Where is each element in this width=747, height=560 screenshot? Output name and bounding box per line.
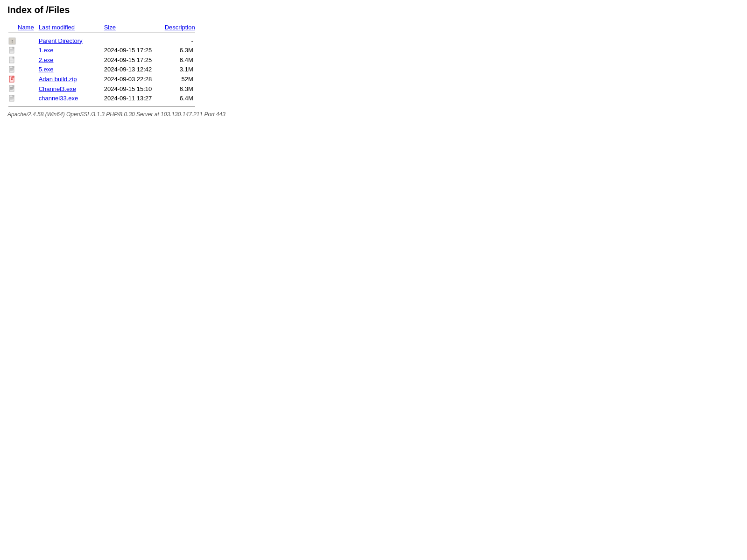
- table-row: Channel3.exe2024-09-15 15:106.3M: [7, 84, 204, 94]
- file-desc-cell: [199, 74, 204, 84]
- svg-rect-31: [10, 89, 13, 90]
- table-row: ↑ Parent Directory-: [7, 36, 204, 46]
- col-desc-sort[interactable]: Description: [165, 24, 195, 31]
- svg-rect-17: [10, 68, 14, 69]
- svg-rect-18: [10, 69, 14, 70]
- exe-file-icon: [8, 47, 16, 54]
- file-size-cell: 6.3M: [164, 46, 199, 56]
- file-name-cell: 1.exe: [38, 46, 103, 56]
- file-listing-table: Name Last modified Size Description ↑ Pa…: [7, 23, 204, 111]
- col-size-sort[interactable]: Size: [104, 24, 116, 31]
- file-desc-cell: [199, 46, 204, 56]
- exe-file-icon: [8, 66, 16, 73]
- file-desc-cell: [199, 93, 204, 103]
- svg-rect-23: [11, 77, 13, 78]
- file-link[interactable]: Channel3.exe: [39, 85, 76, 92]
- file-date-cell: 2024-09-15 17:25: [103, 46, 164, 56]
- zip-file-icon: [8, 76, 16, 83]
- svg-rect-24: [11, 78, 13, 79]
- exe-file-icon: [8, 95, 16, 102]
- svg-rect-35: [10, 97, 14, 98]
- svg-rect-29: [10, 87, 14, 88]
- svg-rect-36: [10, 98, 14, 98]
- file-date-cell: 2024-09-03 22:28: [103, 74, 164, 84]
- col-lastmod-sort[interactable]: Last modified: [39, 24, 75, 31]
- file-link[interactable]: 2.exe: [39, 56, 54, 63]
- file-date-cell: [103, 36, 164, 46]
- svg-rect-13: [10, 61, 13, 61]
- svg-rect-5: [10, 49, 14, 49]
- parent-dir-icon: ↑: [8, 37, 16, 45]
- svg-rect-6: [10, 50, 14, 50]
- file-date-cell: 2024-09-15 15:10: [103, 84, 164, 94]
- svg-text:↑: ↑: [11, 38, 14, 44]
- file-desc-cell: [199, 65, 204, 75]
- file-date-cell: 2024-09-13 12:42: [103, 65, 164, 75]
- table-row: 5.exe2024-09-13 12:423.1M: [7, 65, 204, 75]
- file-name-cell: Channel3.exe: [38, 84, 103, 94]
- file-size-cell: 3.1M: [164, 65, 199, 75]
- file-size-cell: 6.4M: [164, 93, 199, 103]
- file-name-cell: Parent Directory: [38, 36, 103, 46]
- file-desc-cell: [199, 36, 204, 46]
- svg-rect-12: [10, 60, 14, 60]
- table-row: Adan build.zip2024-09-03 22:2852M: [7, 74, 204, 84]
- file-size-cell: 6.4M: [164, 55, 199, 65]
- file-name-cell: Adan build.zip: [38, 74, 103, 84]
- svg-rect-11: [10, 59, 14, 59]
- file-desc-cell: [199, 55, 204, 65]
- svg-rect-7: [10, 51, 13, 51]
- table-row: 2.exe2024-09-15 17:256.4M: [7, 55, 204, 65]
- svg-rect-37: [10, 99, 13, 99]
- file-link[interactable]: Parent Directory: [39, 37, 83, 44]
- page-title: Index of /Files: [7, 5, 740, 15]
- table-row: 1.exe2024-09-15 17:256.3M: [7, 46, 204, 56]
- svg-rect-19: [10, 70, 13, 70]
- file-size-cell: 6.3M: [164, 84, 199, 94]
- col-name-sort[interactable]: Name: [18, 24, 34, 31]
- file-size-cell: 52M: [164, 74, 199, 84]
- file-desc-cell: [199, 84, 204, 94]
- exe-file-icon: [8, 85, 16, 92]
- file-date-cell: 2024-09-11 13:27: [103, 93, 164, 103]
- file-name-cell: channel33.exe: [38, 93, 103, 103]
- file-name-cell: 5.exe: [38, 65, 103, 75]
- file-date-cell: 2024-09-15 17:25: [103, 55, 164, 65]
- file-link[interactable]: 5.exe: [39, 66, 54, 73]
- file-link[interactable]: 1.exe: [39, 47, 54, 54]
- file-link[interactable]: Adan build.zip: [39, 76, 77, 83]
- exe-file-icon: [8, 56, 16, 64]
- file-size-cell: -: [164, 36, 199, 46]
- file-name-cell: 2.exe: [38, 55, 103, 65]
- file-link[interactable]: channel33.exe: [39, 95, 78, 102]
- svg-rect-30: [10, 88, 14, 89]
- table-row: channel33.exe2024-09-11 13:276.4M: [7, 93, 204, 103]
- server-footer: Apache/2.4.58 (Win64) OpenSSL/3.1.3 PHP/…: [7, 111, 740, 118]
- svg-rect-25: [11, 79, 13, 80]
